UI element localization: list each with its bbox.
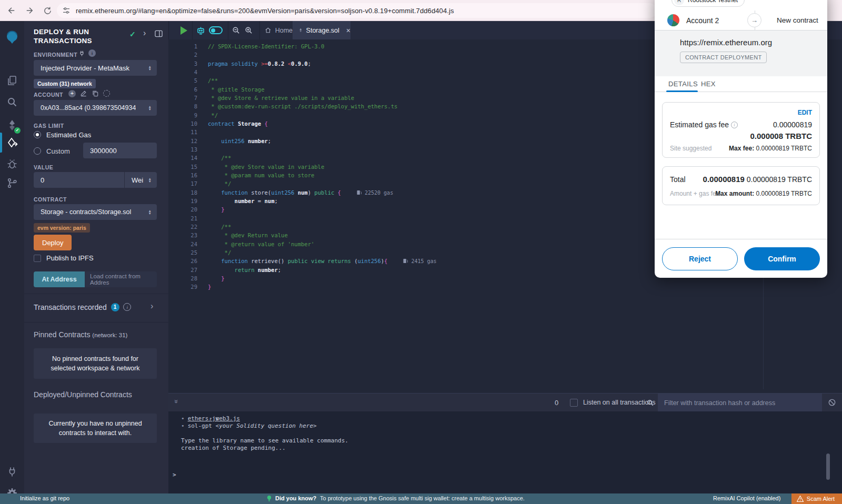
deploy-run-panel: DEPLOY & RUNTRANSACTIONS ✓ › ENVIRONMENT… — [24, 21, 168, 493]
gas-info-icon[interactable]: i — [731, 122, 738, 128]
at-address-input[interactable]: Load contract from Addres — [85, 271, 157, 287]
terminal-output[interactable]: •web3.js •ethers.js•sol-gpt <your Solidi… — [168, 411, 842, 493]
plugin-manager-icon[interactable] — [6, 466, 18, 478]
file-explorer-icon[interactable] — [6, 74, 18, 87]
collapse-terminal-icon[interactable]: » — [173, 399, 181, 402]
pinned-empty-message: No pinned contracts found forselected wo… — [34, 348, 157, 379]
copilot-toggle-icon[interactable] — [209, 26, 223, 34]
line-number: 24 — [168, 240, 197, 248]
forward-icon[interactable] — [23, 4, 36, 17]
line-number: 22 — [168, 223, 197, 231]
chevron-updown-icon: ▲▼ — [148, 65, 152, 70]
environment-info-icon[interactable]: i — [88, 49, 96, 57]
terminal-filter-input[interactable] — [658, 394, 822, 412]
reload-icon[interactable] — [41, 4, 54, 17]
account-header: Account 2 → New contract — [655, 11, 827, 31]
pinned-contracts-title: Pinned Contracts (network: 31) — [34, 330, 127, 339]
metamask-popup: R Rootstock Testnet Account 2 → New cont… — [655, 0, 827, 278]
custom-gas-input[interactable]: 3000000 — [83, 143, 157, 158]
line-number: 14 — [168, 154, 197, 162]
search-icon[interactable] — [6, 96, 18, 108]
environment-select[interactable]: Injected Provider - MetaMask ▲▼ — [34, 60, 157, 76]
close-tab-icon[interactable]: × — [346, 26, 350, 35]
listen-transactions-checkbox[interactable] — [570, 399, 578, 407]
add-account-icon[interactable]: + — [68, 90, 76, 97]
value-unit-select[interactable]: Wei ▲▼ — [124, 172, 157, 188]
solidity-compiler-icon[interactable]: ✓ — [6, 119, 18, 132]
value-label: VALUE — [34, 164, 53, 170]
tab-home[interactable]: Home — [260, 21, 293, 39]
account-value: 0xA03...85ac4 (0.398673504934 — [41, 104, 136, 112]
tab-hex[interactable]: HEX — [701, 80, 716, 88]
code-line: */ — [208, 179, 437, 188]
contract-select[interactable]: Storage - contracts/Storage.sol ▲▼ — [34, 204, 157, 220]
value-unit: Wei — [132, 176, 143, 184]
gas-estimate-hint: 22520 gas — [357, 190, 393, 196]
git-branch-icon[interactable] — [6, 177, 18, 189]
remix-logo-icon[interactable] — [4, 29, 20, 45]
run-script-icon[interactable] — [181, 26, 187, 35]
account-select[interactable]: 0xA03...85ac4 (0.398673504934 ▲▼ — [34, 100, 157, 116]
line-number: 9 — [168, 111, 197, 119]
publish-ipfs-checkbox[interactable] — [34, 255, 41, 262]
zoom-in-icon[interactable] — [244, 26, 253, 37]
debugger-icon[interactable] — [6, 158, 18, 170]
solidity-file-icon — [299, 27, 303, 34]
block-icon[interactable] — [828, 398, 836, 409]
estimated-gas-radio[interactable] — [34, 131, 41, 138]
active-plugin-indicator — [0, 133, 2, 153]
line-number: 23 — [168, 231, 197, 239]
pin-check-icon[interactable]: ✓ — [129, 30, 136, 38]
code-line — [208, 214, 437, 223]
info-icon[interactable]: i — [123, 303, 131, 311]
contract-label: CONTRACT — [34, 196, 67, 203]
line-number: 28 — [168, 274, 197, 283]
account-label: ACCOUNT — [34, 92, 63, 98]
git-init-status[interactable]: Initialize as git repo — [20, 495, 69, 501]
confirm-button[interactable]: Confirm — [744, 247, 820, 270]
scam-alert-label: Scam Alert — [807, 496, 835, 502]
deploy-run-icon[interactable] — [6, 137, 18, 149]
reject-button[interactable]: Reject — [662, 247, 738, 270]
copy-account-icon[interactable] — [92, 90, 99, 99]
url-bar[interactable]: remix.ethereum.org/#lang=en&optimize=fal… — [57, 3, 657, 18]
library-link[interactable]: ethers.js — [188, 415, 219, 422]
split-view-icon[interactable] — [155, 30, 163, 39]
network-pill[interactable]: R Rootstock Testnet — [671, 0, 745, 7]
ai-copilot-robot-icon[interactable] — [196, 25, 206, 37]
tip-text: To prototype using the Gnosis safe multi… — [320, 495, 525, 501]
code-line: pragma solidity >=0.8.2 <0.9.0; — [208, 59, 437, 68]
gas-fee-label: Estimated gas fee i — [670, 120, 738, 129]
line-number: 3 — [168, 59, 197, 68]
copilot-status[interactable]: RemixAI Copilot (enabled) — [713, 495, 780, 501]
terminal-search-icon[interactable] — [646, 399, 654, 409]
edit-gas-link[interactable]: EDIT — [798, 109, 812, 116]
at-address-button[interactable]: At Address — [34, 271, 85, 287]
expand-chevron-icon[interactable]: › — [143, 28, 146, 38]
origin-section: https://remix.ethereum.org CONTRACT DEPL… — [655, 31, 827, 76]
tab-storage-sol[interactable]: Storage.sol × — [293, 21, 350, 39]
code-line: * @dev Return value — [208, 231, 437, 239]
zoom-out-icon[interactable] — [232, 26, 240, 37]
gas-limit-label: GAS LIMIT — [34, 123, 64, 129]
code-line: function store(uint256 num) public { 225… — [208, 188, 437, 197]
edit-account-icon[interactable] — [80, 90, 87, 99]
back-icon[interactable] — [5, 4, 18, 17]
library-link[interactable]: web3.js — [216, 415, 240, 422]
terminal-scrollbar-thumb[interactable] — [826, 453, 830, 480]
refresh-spinner-icon[interactable] — [103, 90, 110, 97]
terminal-line: creation of Storage pending... — [181, 445, 286, 452]
site-info-icon[interactable] — [62, 6, 71, 15]
value-input[interactable]: 0 — [34, 172, 124, 188]
transactions-expand-icon[interactable]: › — [151, 301, 153, 311]
tab-details[interactable]: DETAILS — [668, 80, 698, 88]
scam-alert-button[interactable]: Scam Alert — [791, 493, 842, 504]
plug-small-icon — [78, 49, 85, 59]
line-number: 12 — [168, 137, 197, 145]
line-number: 27 — [168, 266, 197, 274]
home-icon — [265, 27, 272, 34]
line-number: 11 — [168, 128, 197, 136]
code-line: * @return value of 'number' — [208, 240, 437, 248]
deploy-button[interactable]: Deploy — [34, 235, 72, 250]
custom-gas-radio[interactable] — [34, 147, 41, 155]
